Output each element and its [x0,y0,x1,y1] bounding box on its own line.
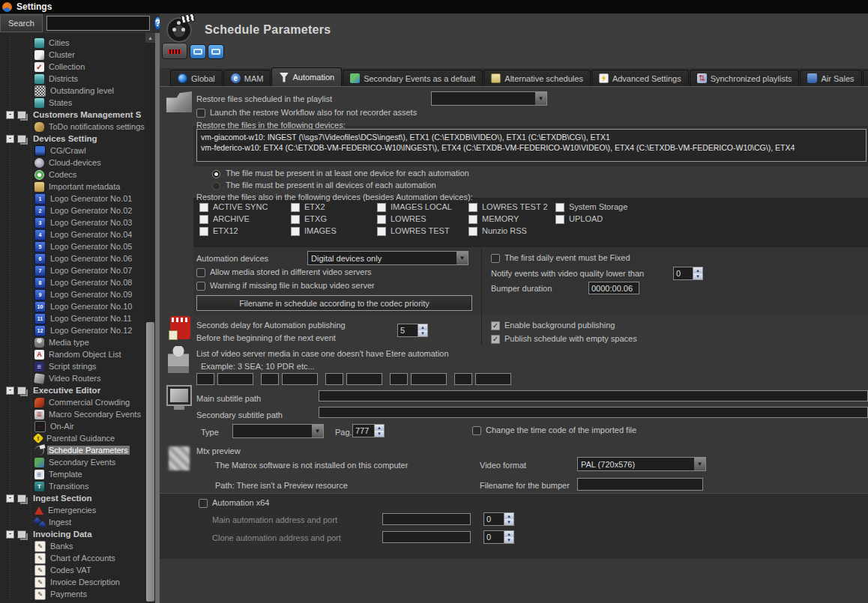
media-count-input[interactable] [390,373,408,385]
sidebar-item-banks[interactable]: Banks [0,540,145,552]
sidebar-item-chart-of-accounts[interactable]: Chart of Accounts [0,552,145,564]
sidebar-item-on-air[interactable]: On-Air [0,420,145,432]
help-button[interactable] [208,44,224,59]
main-subtitle-input[interactable] [319,390,868,402]
tab-mam[interactable]: MAM [223,70,271,86]
radio-one-device[interactable] [212,170,220,178]
clone-automation-input[interactable] [382,531,471,543]
sidebar-item-invoice-description[interactable]: Invoice Description [0,576,145,588]
device-checkbox-images-local[interactable] [377,203,386,212]
spinner-arrows-icon[interactable]: ▲▼ [693,267,703,280]
sidebar-item-logo-generator-no-12[interactable]: 12Logo Generator No.12 [0,324,145,336]
sidebar-item-parental-guidance[interactable]: Parental Guidance [0,432,145,444]
restore-devices-textarea[interactable]: vm-giacomot-w10: INGEST (\\sgs7\Videofil… [196,129,867,162]
notify-quality-spinner[interactable]: 0 ▲▼ [673,267,703,280]
device-checkbox-etxg[interactable] [291,215,300,224]
empty-spaces-checkbox[interactable] [491,335,500,344]
media-count-input[interactable] [261,373,279,385]
sidebar-item-logo-generator-no-05[interactable]: 5Logo Generator No.05 [0,240,145,252]
device-checkbox-lowres-test-2[interactable] [468,203,477,212]
sidebar-item-logo-generator-no-11[interactable]: 11Logo Generator No.11 [0,312,145,324]
sidebar-item-cloud-devices[interactable]: Cloud-devices [0,157,145,169]
device-checkbox-etx2[interactable] [291,203,300,212]
search-input[interactable] [46,16,150,31]
demo-button[interactable] [190,44,206,59]
sidebar-item-macro-secondary-events[interactable]: Macro Secondary Events [0,408,145,420]
secondary-subtitle-input[interactable] [319,407,868,418]
sidebar-item-logo-generator-no-03[interactable]: 3Logo Generator No.03 [0,216,145,228]
tab-synchronized-playlists[interactable]: Synchronized playlists [690,70,800,86]
tab-secondary-events-as-a-default[interactable]: Secondary Events as a default [343,70,483,86]
clone-port-value[interactable]: 0 [483,530,504,544]
sidebar-item-logo-generator-no-04[interactable]: 4Logo Generator No.04 [0,228,145,240]
pag-spinner[interactable]: 777 ▲▼ [352,424,385,437]
device-checkbox-lowres[interactable] [377,215,386,224]
collapse-icon[interactable] [6,530,14,539]
type-dropdown[interactable]: ▼ [232,424,324,438]
sidebar-item-codes-vat[interactable]: Codes VAT [0,564,145,576]
sidebar-item-states[interactable]: States [0,97,145,109]
sidebar-item-template[interactable]: Template [0,468,145,480]
chevron-down-icon[interactable]: ▼ [312,425,323,437]
sidebar-item-executive-editor[interactable]: Executive Editor [0,384,145,396]
main-automation-input[interactable] [382,513,471,525]
warning-missing-checkbox[interactable] [196,282,205,291]
chevron-down-icon[interactable]: ▼ [535,92,546,105]
media-count-input[interactable] [454,373,472,385]
sidebar-item-payments[interactable]: Payments [0,588,145,600]
sidebar-scrollbar[interactable]: ▲ [145,33,155,603]
automation-devices-dropdown[interactable]: Digital devices only▼ [307,251,468,265]
sidebar-item-video-routers[interactable]: Video Routers [0,372,145,384]
delay-spinner[interactable]: 5 ▲▼ [397,324,428,337]
media-code-input[interactable] [411,373,447,385]
sidebar-item-ingest[interactable]: Ingest [0,516,145,528]
sidebar-item-districts[interactable]: Districts [0,73,145,85]
enable-background-checkbox[interactable] [491,321,500,330]
sidebar-item-logo-generator-no-01[interactable]: 1Logo Generator No.01 [0,193,145,204]
sidebar-item-logo-generator-no-02[interactable]: 2Logo Generator No.02 [0,204,145,216]
sidebar-item-todo-notifications-settings[interactable]: ToDo notifications settings [0,121,145,133]
media-count-input[interactable] [196,373,214,385]
sidebar-item-outstanding-level[interactable]: Outstanding level [0,85,145,97]
sidebar-item-logo-generator-no-08[interactable]: 8Logo Generator No.08 [0,276,145,288]
allow-media-checkbox[interactable] [196,268,205,277]
film-strip-button[interactable] [162,43,187,59]
main-port-value[interactable]: 0 [483,512,504,526]
first-daily-fixed-checkbox[interactable] [491,254,500,263]
device-checkbox-nunzio-rss[interactable] [468,227,477,236]
main-port-spinner[interactable]: 0 ▲▼ [483,512,514,526]
sidebar-item-media-type[interactable]: Media type [0,336,145,348]
restore-playlist-dropdown[interactable]: ▼ [431,91,547,106]
sidebar-item-transitions[interactable]: Transitions [0,480,145,492]
device-checkbox-archive[interactable] [199,215,208,224]
chevron-down-icon[interactable]: ▼ [694,458,705,470]
sidebar-item-codecs[interactable]: Codecs [0,169,145,181]
sidebar-item-important-metadata[interactable]: Important metadata [0,181,145,193]
device-checkbox-lowres-test[interactable] [377,227,386,236]
tab-advanced-settings[interactable]: Advanced Settings [591,70,689,86]
sidebar-item-ingest-section[interactable]: Ingest Section [0,492,145,504]
clone-port-spinner[interactable]: 0 ▲▼ [483,530,514,544]
bumper-filename-input[interactable] [577,478,703,491]
sidebar-item-emergencies[interactable]: Emergencies [0,504,145,516]
collapse-icon[interactable] [6,111,14,119]
sidebar-item-logo-generator-no-07[interactable]: 7Logo Generator No.07 [0,264,145,276]
sidebar-item-logo-generator-no-06[interactable]: 6Logo Generator No.06 [0,252,145,264]
scroll-up-icon[interactable]: ▲ [145,33,155,43]
bumper-duration-input[interactable]: 0000:00.06 [588,282,639,294]
tab-bms[interactable]: BMS [863,70,868,86]
scrollbar-thumb[interactable] [146,322,154,602]
collapse-icon[interactable] [6,494,14,503]
spinner-arrows-icon[interactable]: ▲▼ [418,324,428,337]
chevron-down-icon[interactable]: ▼ [456,252,468,264]
sidebar-item-cg-crawl[interactable]: CG/Crawl [0,145,145,157]
media-code-input[interactable] [475,373,511,385]
spinner-arrows-icon[interactable]: ▲▼ [504,530,514,544]
collapse-icon[interactable] [6,135,14,143]
sidebar-item-cities[interactable]: Cities [0,37,145,49]
sidebar-item-script-strings[interactable]: Script strings [0,360,145,372]
device-checkbox-active-sync[interactable] [199,203,208,212]
sidebar-item-invoicing-data[interactable]: Invoicing Data [0,528,145,540]
device-checkbox-images[interactable] [291,227,300,236]
sidebar-item-schedule-parameters[interactable]: Schedule Parameters [0,444,145,456]
